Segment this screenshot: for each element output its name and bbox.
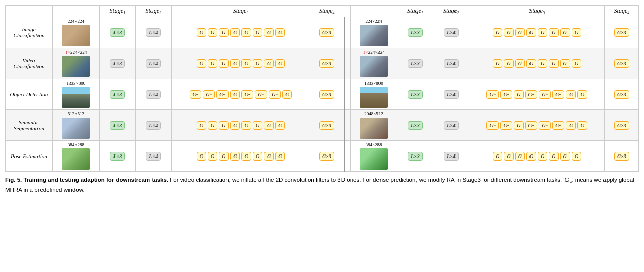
section-divider [344,110,350,141]
section-divider [344,79,350,110]
test-stage3-cell: GGGGGGGG [469,17,604,48]
train-cell: 384×288 [52,141,99,172]
stage2-cell: L×4 [135,79,171,110]
stage1-cell: L×3 [99,79,135,110]
test-stage2-cell: L×4 [433,79,469,110]
stage3-cell: GGGGGGGG [171,110,310,141]
test-stage1-cell: L×3 [397,48,433,79]
stage3-cell: GGGGGGGG [171,17,310,48]
test-stage1-cell: L×3 [397,141,433,172]
header-train [52,6,99,17]
header-stage4: Stage4 [310,6,344,17]
task-label: Semantic Segmentation [6,110,53,141]
test-stage3-cell: GwGwGGwGwGwGG [469,79,604,110]
table-row: Object Detection1333×800L×3L×4GwGwGwGGwG… [6,79,639,110]
section-divider [344,141,350,172]
header-test-stage3: Stage3 [469,6,604,17]
divider [344,6,350,17]
header-tasks [6,6,53,17]
test-cell: 384×288 [350,141,397,172]
test-stage4-cell: G×3 [604,79,638,110]
test-stage3-cell: GGGGGGGG [469,141,604,172]
train-cell: 1333×800 [52,79,99,110]
test-stage4-cell: G×3 [604,48,638,79]
test-stage4-cell: G×3 [604,17,638,48]
test-stage2-cell: L×4 [433,110,469,141]
stage2-cell: L×4 [135,17,171,48]
stage3-cell: GGGGGGGG [171,141,310,172]
test-cell: 1333×800 [350,79,397,110]
caption-bold: Fig. 5. Training and testing adaption fo… [5,177,168,183]
test-stage1-cell: L×3 [397,110,433,141]
test-cell: T×224×224 [350,48,397,79]
test-stage3-cell: GwGwGGwGwGwGG [469,110,604,141]
test-stage1-cell: L×3 [397,17,433,48]
stage4-cell: G×3 [310,17,344,48]
test-cell: 2048×512 [350,110,397,141]
header-stage2: Stage2 [135,6,171,17]
section-divider [344,17,350,48]
task-label: Image Classification [6,17,53,48]
train-cell: T×224×224 [52,48,99,79]
train-cell: 224×224 [52,17,99,48]
stage4-cell: G×3 [310,110,344,141]
table-row: Image Classification224×224L×3L×4GGGGGGG… [6,17,639,48]
stage2-cell: L×4 [135,141,171,172]
table-row: Semantic Segmentation512×512L×3L×4GGGGGG… [6,110,639,141]
stage3-cell: GwGwGwGGwGwGwG [171,79,310,110]
stage4-cell: G×3 [310,79,344,110]
stage2-cell: L×4 [135,48,171,79]
stage3-cell: GGGGGGGG [171,48,310,79]
task-label: Video Classification [6,48,53,79]
stage4-cell: G×3 [310,48,344,79]
test-cell: 224×224 [350,17,397,48]
test-stage2-cell: L×4 [433,141,469,172]
header-stage3: Stage3 [171,6,310,17]
stage1-cell: L×3 [99,141,135,172]
table-row: Video ClassificationT×224×224L×3L×4GGGGG… [6,48,639,79]
main-figure-table: Stage1 Stage2 Stage3 Stage4 Stage1 Stage… [5,5,639,172]
task-label: Object Detection [6,79,53,110]
header-test-stage2: Stage2 [433,6,469,17]
section-divider [344,48,350,79]
test-stage4-cell: G×3 [604,141,638,172]
stage2-cell: L×4 [135,110,171,141]
test-stage2-cell: L×4 [433,48,469,79]
stage1-cell: L×3 [99,17,135,48]
test-stage2-cell: L×4 [433,17,469,48]
train-cell: 512×512 [52,110,99,141]
stage4-cell: G×3 [310,141,344,172]
header-stage1: Stage1 [99,6,135,17]
header-test-stage1: Stage1 [397,6,433,17]
table-row: Pose Estimation384×288L×3L×4GGGGGGGGG×33… [6,141,639,172]
header-test [350,6,397,17]
header-test-stage4: Stage4 [604,6,638,17]
stage1-cell: L×3 [99,110,135,141]
figure-caption: Fig. 5. Training and testing adaption fo… [5,176,639,195]
test-stage3-cell: GGGGGGGG [469,48,604,79]
test-stage1-cell: L×3 [397,79,433,110]
stage1-cell: L×3 [99,48,135,79]
test-stage4-cell: G×3 [604,110,638,141]
task-label: Pose Estimation [6,141,53,172]
